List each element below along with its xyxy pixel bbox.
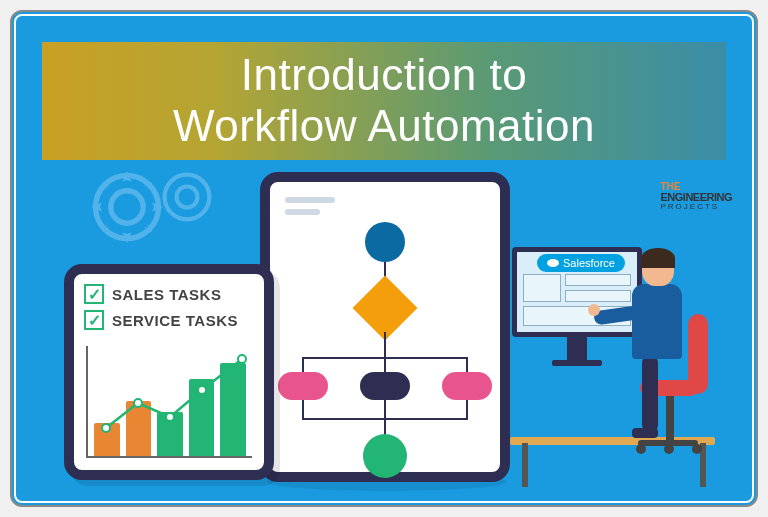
salesforce-badge: Salesforce [537, 254, 625, 272]
task-label: SERVICE TASKS [112, 312, 238, 329]
app-label: Salesforce [563, 257, 615, 269]
checkmark-icon: ✓ [84, 284, 104, 304]
tasks-tablet: ✓ SALES TASKS ✓ SERVICE TASKS [64, 264, 274, 480]
title-banner: Introduction toWorkflow Automation [42, 42, 726, 160]
svg-point-7 [198, 386, 206, 394]
flow-process-node [442, 372, 492, 400]
svg-point-8 [238, 355, 246, 363]
svg-point-9 [547, 259, 559, 267]
svg-point-0 [111, 191, 143, 223]
flowchart-tablet [260, 172, 510, 482]
list-item: ✓ SALES TASKS [84, 284, 254, 304]
svg-point-3 [165, 175, 210, 220]
svg-point-1 [96, 176, 159, 239]
svg-point-2 [177, 187, 198, 208]
flowchart-diagram [270, 222, 500, 482]
monitor-base [552, 360, 602, 366]
gear-icon [152, 162, 222, 232]
flow-decision-node [352, 275, 417, 340]
checkmark-icon: ✓ [84, 310, 104, 330]
flow-end-node [363, 434, 407, 478]
bar-chart [86, 346, 252, 458]
brand-line: PROJECTS [660, 203, 732, 211]
task-checklist: ✓ SALES TASKS ✓ SERVICE TASKS [74, 274, 264, 330]
desk-leg [522, 443, 528, 487]
cloud-icon [547, 258, 559, 268]
page-title: Introduction toWorkflow Automation [173, 50, 595, 151]
hamburger-icon [285, 197, 335, 221]
list-item: ✓ SERVICE TASKS [84, 310, 254, 330]
flow-process-node [360, 372, 410, 400]
illustration-frame: ✓ SALES TASKS ✓ SERVICE TASKS [10, 10, 758, 507]
flow-process-node [278, 372, 328, 400]
svg-point-4 [102, 424, 110, 432]
flow-start-node [365, 222, 405, 262]
monitor-stand [567, 337, 587, 362]
brand-logo: THE ENGINEERING PROJECTS [660, 182, 732, 211]
svg-point-6 [166, 413, 174, 421]
task-label: SALES TASKS [112, 286, 221, 303]
svg-point-5 [134, 399, 142, 407]
line-chart-overlay [94, 346, 254, 456]
